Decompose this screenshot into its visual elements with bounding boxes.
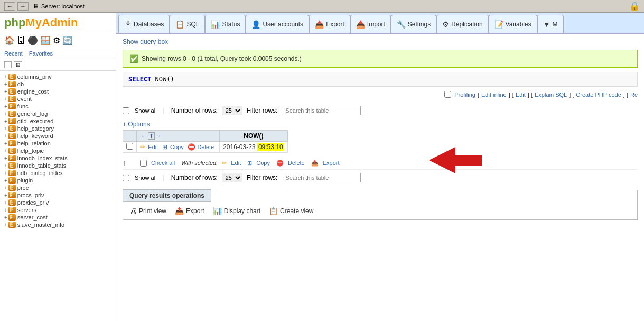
- db-icon: 🗄: [8, 103, 16, 109]
- forward-button[interactable]: →: [17, 2, 29, 11]
- with-edit-link[interactable]: Edit: [231, 160, 241, 166]
- filter-input-bottom[interactable]: [282, 173, 361, 182]
- re-link[interactable]: Re: [630, 91, 638, 98]
- tab-status[interactable]: 📊 Status: [205, 15, 246, 33]
- tree-item-procs_priv[interactable]: + 🗄 procs_priv: [0, 191, 116, 199]
- show-all-checkbox-top[interactable]: [123, 107, 129, 114]
- print-view-link[interactable]: 🖨 Print view: [129, 207, 166, 215]
- tab-replication[interactable]: ⚙ Replication: [436, 15, 488, 33]
- delete-row-link[interactable]: Delete: [197, 144, 214, 150]
- bracket2: ] [: [509, 91, 514, 98]
- edit-row-link[interactable]: Edit: [148, 144, 158, 150]
- tree-item-columns_priv[interactable]: + 🗄 columns_priv: [0, 73, 116, 80]
- tree-item-help_topic[interactable]: + 🗄 help_topic: [0, 147, 116, 154]
- tree-expand[interactable]: +: [4, 104, 7, 109]
- dot-icon[interactable]: ⚫: [27, 35, 38, 45]
- copy-row-link[interactable]: Copy: [170, 144, 184, 150]
- profiling-checkbox[interactable]: [444, 91, 451, 98]
- tree-item-slave_master_info[interactable]: + 🗄 slave_master_info: [0, 221, 116, 228]
- tree-expand[interactable]: +: [4, 185, 7, 191]
- tree-item-ndb_binlog_index[interactable]: + 🗄 ndb_binlog_index: [0, 169, 116, 177]
- tree-expand[interactable]: +: [4, 192, 7, 198]
- tree-expand[interactable]: +: [4, 163, 7, 169]
- with-copy-link[interactable]: Copy: [256, 160, 270, 166]
- collapse-icon[interactable]: −: [4, 61, 12, 68]
- qro-export-link[interactable]: 📤 Export: [175, 207, 204, 215]
- create-view-link[interactable]: 📋 Create view: [269, 207, 313, 215]
- tree-expand[interactable]: +: [4, 207, 7, 213]
- profiling-link[interactable]: Profiling: [454, 91, 475, 98]
- tree-expand[interactable]: +: [4, 96, 7, 102]
- tree-item-gtid_executed[interactable]: + 🗄 gtid_executed: [0, 117, 116, 125]
- tree-item-help_relation[interactable]: + 🗄 help_relation: [0, 140, 116, 147]
- tree-item-event[interactable]: + 🗄 event: [0, 95, 116, 103]
- tree-expand[interactable]: +: [4, 89, 7, 95]
- create-php-link[interactable]: Create PHP code: [576, 91, 621, 98]
- tree-expand[interactable]: +: [4, 155, 7, 161]
- tree-expand[interactable]: +: [4, 126, 7, 132]
- tab-export[interactable]: 📤 Export: [309, 15, 350, 33]
- edit-inline-link[interactable]: Edit inline: [481, 91, 507, 98]
- tree-item-innodb_table_stats[interactable]: + 🗄 innodb_table_stats: [0, 162, 116, 169]
- tree-expand[interactable]: +: [4, 222, 7, 228]
- tree-item-servers[interactable]: + 🗄 servers: [0, 206, 116, 214]
- database-icon[interactable]: 🗄: [17, 36, 25, 45]
- explain-sql-link[interactable]: Explain SQL: [535, 91, 567, 98]
- tree-expand[interactable]: +: [4, 81, 7, 87]
- tree-item-proxies_priv[interactable]: + 🗄 proxies_priv: [0, 199, 116, 206]
- tree-item-engine_cost[interactable]: + 🗄 engine_cost: [0, 88, 116, 95]
- tree-expand[interactable]: +: [4, 111, 7, 117]
- tree-expand[interactable]: +: [4, 74, 7, 80]
- tree-item-plugin[interactable]: + 🗄 plugin: [0, 177, 116, 184]
- gear-icon[interactable]: ⚙: [53, 35, 60, 45]
- tree-expand[interactable]: +: [4, 141, 7, 146]
- tree-item-proc[interactable]: + 🗄 proc: [0, 184, 116, 191]
- edit-link[interactable]: Edit: [516, 91, 526, 98]
- tree-expand[interactable]: +: [4, 148, 7, 154]
- tree-expand[interactable]: +: [4, 178, 7, 184]
- tree-item-help_category[interactable]: + 🗄 help_category: [0, 125, 116, 132]
- tab-databases[interactable]: 🗄 Databases: [118, 15, 170, 33]
- refresh-icon[interactable]: 🔄: [62, 35, 73, 45]
- tab-more[interactable]: ▼ M: [537, 15, 564, 33]
- tree-expand[interactable]: +: [4, 215, 7, 221]
- tab-user-accounts[interactable]: 👤 User accounts: [246, 15, 309, 33]
- check-all-link[interactable]: Check all: [151, 160, 175, 166]
- tree-item-innodb_index_stats[interactable]: + 🗄 innodb_index_stats: [0, 154, 116, 162]
- options-link[interactable]: + Options: [123, 121, 150, 128]
- tree-item-func[interactable]: + 🗄 func: [0, 103, 116, 110]
- sort-t-icon[interactable]: T: [148, 132, 155, 140]
- tree-item-db[interactable]: + 🗄 db: [0, 80, 116, 88]
- row-checkbox[interactable]: [126, 143, 133, 150]
- tree-label: innodb_table_stats: [17, 162, 66, 169]
- recent-link[interactable]: Recent: [4, 50, 23, 57]
- num-rows-select-bottom[interactable]: 25: [222, 173, 242, 182]
- check-all-checkbox[interactable]: [140, 160, 147, 167]
- sort-right-arrow[interactable]: →: [156, 133, 162, 139]
- tab-import[interactable]: 📥 Import: [350, 15, 391, 33]
- show-query-box-link[interactable]: Show query box: [123, 38, 168, 45]
- sidebar: phpMyAdmin 🏠 🗄 ⚫ 🪟 ⚙ 🔄 Recent Favorites …: [0, 13, 116, 321]
- home-icon[interactable]: 🏠: [4, 35, 15, 45]
- with-export-link[interactable]: Export: [323, 160, 340, 166]
- tree-item-server_cost[interactable]: + 🗄 server_cost: [0, 214, 116, 221]
- expand-icon[interactable]: ⊞: [14, 61, 22, 68]
- show-all-checkbox-bottom[interactable]: [123, 175, 129, 181]
- tab-sql[interactable]: 📋 SQL: [170, 15, 205, 33]
- favorites-link[interactable]: Favorites: [29, 50, 53, 57]
- filter-input-top[interactable]: [282, 106, 361, 115]
- num-rows-select-top[interactable]: 25: [222, 106, 242, 115]
- tab-settings[interactable]: 🔧 Settings: [391, 15, 436, 33]
- tree-item-help_keyword[interactable]: + 🗄 help_keyword: [0, 132, 116, 140]
- tab-variables[interactable]: 📝 Variables: [489, 15, 537, 33]
- tree-expand[interactable]: +: [4, 170, 7, 176]
- tree-expand[interactable]: +: [4, 200, 7, 206]
- display-chart-link[interactable]: 📊 Display chart: [213, 207, 260, 215]
- window-icon[interactable]: 🪟: [40, 35, 51, 45]
- back-button[interactable]: ←: [4, 2, 15, 11]
- tree-expand[interactable]: +: [4, 118, 7, 124]
- sort-left-arrow[interactable]: ←: [141, 133, 147, 139]
- with-delete-link[interactable]: Delete: [288, 160, 305, 166]
- tree-item-general_log[interactable]: + 🗄 general_log: [0, 110, 116, 117]
- tree-expand[interactable]: +: [4, 133, 7, 139]
